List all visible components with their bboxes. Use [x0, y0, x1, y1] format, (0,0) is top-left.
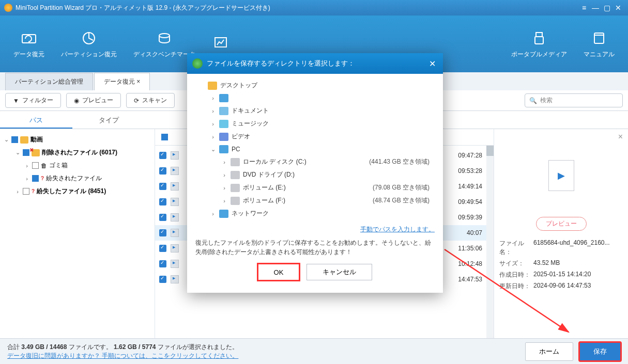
checkbox[interactable]: [159, 229, 166, 236]
chevron-right-icon[interactable]: ›: [14, 188, 21, 195]
chevron-icon[interactable]: ›: [221, 159, 227, 165]
toolbar-manual[interactable]: マニュアル: [584, 29, 615, 59]
chevron-right-icon[interactable]: ›: [24, 176, 30, 182]
footer-bar: 合計 3.49 GB / 14468 ファイルです。 1.62 GB / 577…: [0, 338, 628, 364]
manual-path-link[interactable]: 手動でパスを入力します。: [195, 225, 435, 234]
checkbox[interactable]: [11, 136, 18, 143]
user-icon: [219, 94, 228, 102]
dialog-tree-row[interactable]: デスクトップ: [195, 79, 435, 92]
chevron-icon[interactable]: ›: [210, 121, 216, 127]
video-thumb-icon: [171, 182, 179, 191]
tab-partition-manage[interactable]: パーティション総合管理: [5, 73, 93, 90]
subtab-path[interactable]: パス: [0, 111, 72, 129]
checkbox[interactable]: [159, 183, 166, 190]
tree-label: 動画: [30, 136, 43, 143]
checkbox[interactable]: [159, 276, 166, 283]
dialog-tree-label: ネットワーク: [232, 209, 269, 218]
chevron-icon[interactable]: ›: [221, 185, 227, 191]
tree-row-lost2[interactable]: › ? 紛失したファイル (8451): [2, 185, 152, 198]
partition-icon: [80, 29, 98, 47]
chevron-icon[interactable]: ›: [221, 172, 227, 178]
tree-row-trash[interactable]: › 🗑 ゴミ箱: [2, 159, 152, 172]
checkbox[interactable]: [159, 260, 166, 267]
tab-data-recovery[interactable]: データ復元 ×: [94, 73, 150, 90]
checkbox[interactable]: [32, 162, 39, 169]
dialog-tree-row[interactable]: ⌄PC: [195, 143, 435, 155]
svg-rect-5: [535, 37, 543, 44]
toolbar-label: ディスクベンチマーク: [133, 50, 195, 59]
checkbox[interactable]: [32, 175, 39, 182]
preview-label: プレビュー: [82, 96, 113, 105]
dialog-tree-row[interactable]: ›DVD ドライブ (D:): [195, 168, 435, 181]
dialog-tree-row[interactable]: ›ビデオ: [195, 130, 435, 143]
toolbar-data-recovery[interactable]: データ復元: [13, 29, 44, 59]
dialog-tree-row[interactable]: ›ネットワーク: [195, 207, 435, 220]
chevron-icon[interactable]: ›: [210, 134, 216, 140]
tree-row-deleted[interactable]: ⌄ ✖ 削除されたファイル (6017): [2, 146, 152, 159]
created-value: 2025-01-15 14:14:20: [533, 271, 623, 279]
home-button[interactable]: ホーム: [525, 342, 573, 361]
scrollbar-thumb[interactable]: [486, 146, 494, 156]
toolbar-benchmark[interactable]: ディスクベンチマーク: [133, 29, 195, 59]
dialog-tree-row[interactable]: ›ローカル ディスク (C:)(441.43 GB 空き領域): [195, 155, 435, 168]
drive-icon: [231, 158, 240, 166]
dialog-tree-label: ボリューム (F:): [243, 196, 285, 205]
tree-row-video[interactable]: ⌄ 動画: [2, 133, 152, 146]
cancel-button[interactable]: キャンセル: [307, 264, 372, 280]
close-panel-icon[interactable]: ×: [618, 132, 623, 141]
dialog-tree-row[interactable]: ›ミュージック: [195, 117, 435, 130]
search-input[interactable]: 🔍検索: [525, 93, 623, 107]
preview-file-button[interactable]: プレビュー: [536, 217, 587, 231]
drive-icon: [231, 197, 240, 205]
chevron-icon[interactable]: ⌄: [210, 146, 216, 153]
free-space: (79.08 GB 空き領域): [289, 183, 435, 192]
toolbar-chart[interactable]: [212, 34, 229, 54]
checkbox[interactable]: [23, 149, 29, 156]
select-all-checkbox[interactable]: [161, 134, 168, 140]
preview-button[interactable]: ◉プレビュー: [66, 93, 121, 108]
scan-button[interactable]: ⟳スキャン: [126, 93, 175, 108]
checkbox[interactable]: [23, 188, 29, 195]
checkbox[interactable]: [159, 198, 166, 205]
checkbox[interactable]: [159, 214, 166, 221]
chart-icon: [212, 34, 229, 51]
dialog-tree-row[interactable]: ›ボリューム (F:)(48.74 GB 空き領域): [195, 194, 435, 207]
dialog-tree-label: ローカル ディスク (C:): [243, 157, 307, 166]
dialog-tree-label: ドキュメント: [232, 106, 269, 115]
toolbar-label: マニュアル: [584, 50, 615, 59]
checkbox[interactable]: [159, 245, 166, 252]
ok-button[interactable]: OK: [258, 264, 300, 280]
save-button[interactable]: 保存: [579, 342, 621, 361]
toolbar-portable-media[interactable]: ポータブルメディア: [511, 29, 567, 59]
question-icon: ?: [41, 176, 44, 181]
chevron-down-icon[interactable]: ⌄: [14, 149, 21, 156]
menu-icon[interactable]: ≡: [578, 2, 590, 13]
chevron-icon[interactable]: ›: [210, 95, 216, 101]
search-icon: 🔍: [529, 97, 537, 104]
maximize-icon[interactable]: ▢: [601, 2, 612, 13]
close-icon[interactable]: ✕: [612, 2, 624, 13]
filter-button[interactable]: ▼フィルター: [5, 93, 61, 108]
scrollbar[interactable]: [486, 146, 494, 338]
tree-row-lost[interactable]: › ? 紛失されたファイル: [2, 172, 152, 185]
dialog-tree-row[interactable]: ›: [195, 92, 435, 104]
chevron-icon[interactable]: ›: [221, 198, 227, 204]
chevron-down-icon[interactable]: ⌄: [3, 136, 9, 143]
dialog-close-icon[interactable]: ✕: [427, 59, 438, 69]
svg-rect-3: [215, 38, 226, 47]
video-file-icon: [548, 160, 574, 191]
chevron-icon[interactable]: ›: [210, 211, 216, 217]
help-link[interactable]: データ復旧に問題がありますか？ 手順については、ここをクリックしてください。: [7, 352, 238, 360]
checkbox[interactable]: [159, 152, 166, 159]
summary-text: 合計 3.49 GB / 14468 ファイルです。 1.62 GB / 577…: [7, 343, 238, 352]
subtab-type[interactable]: タイプ: [72, 111, 145, 129]
minimize-icon[interactable]: —: [590, 2, 601, 13]
details-panel: × プレビュー ファイル名：6185684-uhd_4096_2160... サ…: [494, 129, 628, 338]
chevron-icon[interactable]: ›: [210, 108, 216, 114]
dialog-tree-row[interactable]: ›ドキュメント: [195, 104, 435, 117]
question-icon: ?: [32, 188, 35, 194]
toolbar-partition-recovery[interactable]: パーティション復元: [61, 29, 117, 59]
checkbox[interactable]: [159, 167, 166, 175]
dialog-tree-row[interactable]: ›ボリューム (E:)(79.08 GB 空き領域): [195, 181, 435, 194]
chevron-right-icon[interactable]: ›: [24, 163, 30, 169]
